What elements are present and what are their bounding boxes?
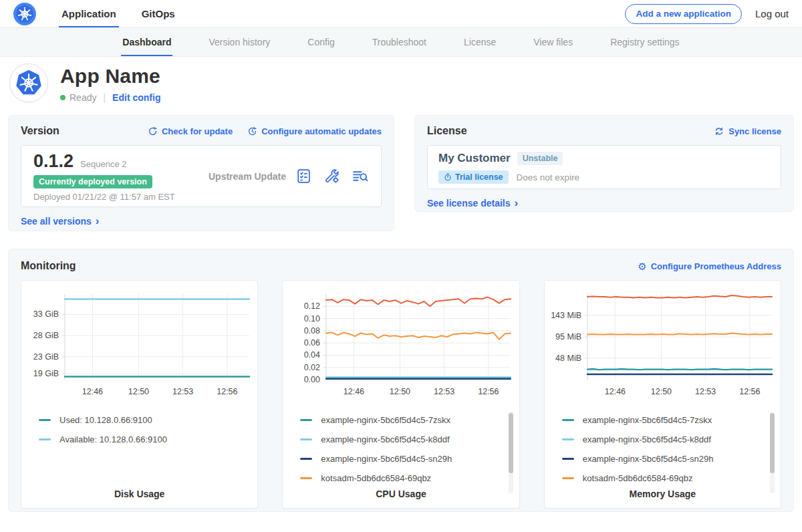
version-card-title: Version — [21, 125, 59, 137]
legend-label: kotsadm-5db6dc6584-69qbz — [583, 473, 693, 483]
memory-usage-legend: example-nginx-5bc6f5d4c5-7zskxexample-ng… — [545, 404, 781, 488]
license-card-title: License — [427, 125, 467, 137]
tab-config[interactable]: Config — [306, 28, 336, 56]
cpu-usage-chart-title: CPU Usage — [283, 489, 519, 499]
configure-automatic-updates-link[interactable]: Configure automatic updates — [247, 126, 382, 136]
legend-label: example-nginx-5bc6f5d4c5-7zskx — [583, 415, 712, 425]
svg-text:28 GiB: 28 GiB — [33, 331, 58, 340]
series-color-dash — [39, 419, 51, 421]
kubernetes-logo[interactable] — [13, 0, 36, 27]
legend-label: example-nginx-5bc6f5d4c5-7zskx — [321, 415, 450, 425]
svg-text:12:53: 12:53 — [695, 387, 716, 396]
ready-status-dot — [60, 95, 65, 100]
version-card: Version Check for update Configure au — [8, 115, 394, 231]
legend-item: kotsadm-5db6dc6584-69qbz — [562, 469, 781, 488]
cpu-usage-legend: example-nginx-5bc6f5d4c5-7zskxexample-ng… — [283, 404, 519, 488]
series-color-dash — [300, 419, 312, 421]
series-color-dash — [562, 419, 574, 421]
top-tab-application[interactable]: Application — [59, 0, 119, 27]
legend-item: example-nginx-5bc6f5d4c5-7zskx — [300, 410, 519, 430]
series-color-dash — [39, 438, 51, 440]
top-navbar: Application GitOps Add a new application… — [0, 0, 802, 28]
svg-text:12:53: 12:53 — [172, 387, 193, 396]
svg-text:0.08: 0.08 — [304, 326, 320, 336]
legend-scrollbar-thumb[interactable] — [770, 413, 775, 473]
tab-view-files[interactable]: View files — [532, 28, 574, 56]
memory-usage-chart-card: 12:4612:5012:5312:56143 MiB95 MiB48 MiBe… — [544, 280, 781, 509]
top-tab-gitops[interactable]: GitOps — [139, 0, 178, 27]
legend-scrollbar-thumb[interactable] — [509, 413, 513, 473]
svg-text:95 MiB: 95 MiB — [555, 332, 581, 342]
license-panel: My Customer Unstable Trial license Does … — [427, 145, 781, 189]
app-header: App Name Ready | Edit config — [0, 57, 802, 111]
tab-registry-settings[interactable]: Registry settings — [609, 28, 680, 56]
svg-text:0.02: 0.02 — [304, 363, 320, 372]
svg-text:12:50: 12:50 — [128, 387, 148, 396]
svg-text:12:50: 12:50 — [390, 387, 410, 396]
see-all-versions-link[interactable]: See all versions› — [21, 215, 100, 227]
logout-button[interactable]: Log out — [755, 0, 789, 27]
legend-item: example-nginx-5bc6f5d4c5-k8ddf — [300, 430, 519, 449]
configure-prometheus-link[interactable]: ⚙ Configure Prometheus Address — [638, 261, 781, 271]
svg-text:0.06: 0.06 — [304, 338, 320, 348]
monitoring-card: Monitoring ⚙ Configure Prometheus Addres… — [8, 249, 794, 512]
svg-text:12:56: 12:56 — [740, 387, 761, 396]
legend-label: Used: 10.128.0.66:9100 — [59, 415, 152, 425]
svg-text:12:46: 12:46 — [605, 387, 626, 396]
memory-usage-chart-title: Memory Usage — [545, 489, 781, 499]
tab-troubleshoot[interactable]: Troubleshoot — [371, 28, 428, 56]
kubernetes-app-icon — [15, 69, 43, 97]
deployed-timestamp: Deployed 01/21/22 @ 11:57 am EST — [33, 192, 209, 202]
sync-license-link[interactable]: Sync license — [714, 126, 781, 136]
series-color-dash — [300, 458, 312, 460]
tab-dashboard[interactable]: Dashboard — [121, 28, 172, 56]
memory-usage-plot: 12:4612:5012:5312:56143 MiB95 MiB48 MiB — [547, 289, 777, 404]
stopwatch-icon — [444, 173, 452, 181]
legend-item: example-nginx-5bc6f5d4c5-k8ddf — [562, 430, 781, 449]
version-sequence: Sequence 2 — [80, 159, 126, 169]
check-for-update-link[interactable]: Check for update — [148, 126, 233, 136]
dashboard-content: Version Check for update Configure au — [0, 111, 802, 512]
legend-label: example-nginx-5bc6f5d4c5-sn29h — [321, 454, 452, 464]
legend-label: example-nginx-5bc6f5d4c5-k8ddf — [321, 434, 449, 444]
legend-item: example-nginx-5bc6f5d4c5-7zskx — [562, 410, 781, 430]
channel-badge: Unstable — [517, 152, 563, 165]
ready-status-label: Ready — [70, 92, 96, 103]
sync-arrows-icon — [714, 126, 724, 136]
legend-label: example-nginx-5bc6f5d4c5-sn29h — [583, 454, 714, 464]
config-wrench-icon[interactable] — [323, 168, 340, 184]
tab-version-history[interactable]: Version history — [207, 28, 271, 56]
svg-text:23 GiB: 23 GiB — [33, 352, 58, 362]
diff-search-icon[interactable] — [352, 168, 369, 184]
kubernetes-logo-icon — [13, 3, 36, 25]
tab-license[interactable]: License — [462, 28, 497, 56]
refresh-icon — [148, 126, 158, 136]
cpu-usage-plot: 12:4612:5012:5312:560.120.100.080.060.04… — [286, 289, 516, 404]
clock-refresh-icon — [247, 126, 257, 136]
svg-text:12:46: 12:46 — [344, 387, 364, 396]
release-notes-checklist-icon[interactable] — [295, 168, 312, 184]
series-color-dash — [562, 438, 574, 440]
legend-item: example-nginx-5bc6f5d4c5-sn29h — [300, 449, 519, 469]
svg-text:0.00: 0.00 — [304, 375, 320, 384]
trial-license-badge: Trial license — [438, 170, 509, 184]
svg-text:143 MiB: 143 MiB — [551, 311, 581, 320]
legend-label: kotsadm-5db6dc6584-69qbz — [321, 473, 431, 483]
charts-row: 12:4612:5012:5312:5633 GiB28 GiB23 GiB19… — [21, 280, 781, 509]
svg-text:0.12: 0.12 — [304, 301, 320, 311]
add-new-application-button[interactable]: Add a new application — [625, 4, 742, 24]
customer-name: My Customer — [438, 152, 511, 165]
legend-item: example-nginx-5bc6f5d4c5-sn29h — [562, 449, 781, 469]
disk-usage-chart-card: 12:4612:5012:5312:5633 GiB28 GiB23 GiB19… — [21, 280, 258, 509]
svg-text:48 MiB: 48 MiB — [555, 354, 581, 363]
edit-config-link[interactable]: Edit config — [112, 92, 160, 103]
legend-item: Used: 10.128.0.66:9100 — [39, 410, 257, 430]
app-avatar — [9, 63, 48, 102]
monitoring-title: Monitoring — [21, 260, 76, 272]
legend-label: example-nginx-5bc6f5d4c5-k8ddf — [583, 434, 711, 444]
svg-text:12:56: 12:56 — [217, 387, 237, 396]
svg-text:19 GiB: 19 GiB — [33, 369, 58, 378]
series-color-dash — [300, 477, 312, 479]
see-license-details-link[interactable]: See license details› — [427, 197, 518, 209]
svg-text:33 GiB: 33 GiB — [33, 309, 58, 319]
